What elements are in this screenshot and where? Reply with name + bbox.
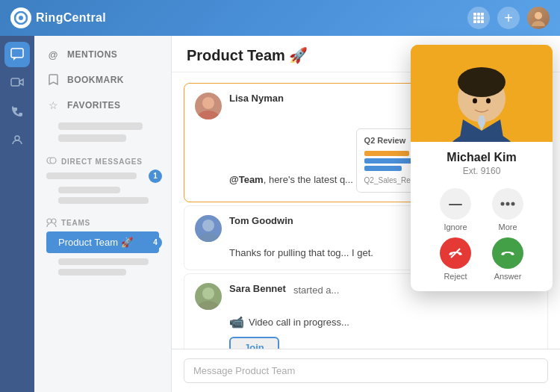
reject-button[interactable]: Reject	[440, 237, 471, 281]
svg-rect-32	[449, 204, 462, 205]
sender-name-1: Lisa Nyman	[229, 93, 284, 104]
channel-title: Product Team 🚀	[187, 47, 308, 63]
sender-name-2: Tom Goodwin	[229, 215, 293, 226]
message-input[interactable]: Message Product Team	[184, 358, 548, 383]
direct-messages-section: DIRECT MESSAGES	[34, 146, 171, 169]
sidebar: @ MENTIONS BOOKMARK ☆ FAVORITES DIRECT M…	[34, 36, 172, 392]
avatar-sara	[195, 283, 222, 310]
call-actions-bottom: Reject Answer	[411, 234, 553, 291]
svg-point-30	[473, 99, 477, 104]
reject-label: Reject	[444, 272, 467, 281]
reject-icon	[440, 237, 471, 269]
svg-point-25	[196, 301, 220, 310]
svg-rect-13	[11, 49, 23, 57]
caller-photo	[411, 45, 553, 142]
caller-ext: Ext. 9160	[418, 166, 545, 176]
svg-point-22	[202, 220, 214, 231]
svg-rect-9	[477, 20, 480, 23]
svg-point-19	[52, 219, 56, 223]
svg-point-20	[202, 97, 214, 109]
more-button[interactable]: More	[492, 188, 523, 231]
nav-contacts-button[interactable]	[4, 127, 30, 152]
svg-rect-8	[473, 20, 476, 23]
answer-button[interactable]: Answer	[492, 237, 523, 281]
svg-point-1	[19, 16, 23, 20]
ignore-icon	[440, 188, 471, 220]
add-button[interactable]: +	[497, 7, 520, 29]
at-icon: @	[46, 48, 60, 61]
svg-point-29	[458, 67, 505, 97]
grid-button[interactable]	[467, 7, 490, 29]
sender-name-3: Sara Bennet	[229, 283, 286, 294]
logo-icon	[10, 7, 31, 28]
ignore-button[interactable]: Ignore	[440, 188, 471, 231]
svg-point-34	[506, 202, 510, 206]
star-icon: ☆	[46, 99, 60, 112]
svg-point-12	[532, 21, 545, 26]
logo: RingCentral	[10, 7, 106, 28]
svg-rect-7	[481, 16, 484, 19]
teams-section: TEAMS	[34, 208, 171, 230]
svg-rect-4	[481, 13, 484, 16]
nav-phone-button[interactable]	[4, 99, 30, 124]
svg-point-15	[15, 136, 19, 140]
message-input-bar: Message Product Team	[172, 349, 560, 392]
call-actions-top: Ignore More	[411, 181, 553, 234]
svg-point-23	[196, 233, 220, 242]
msg-body-3: 📹 Video call in progress...	[229, 314, 537, 331]
svg-point-31	[486, 99, 491, 104]
svg-point-35	[511, 202, 515, 206]
more-icon	[492, 188, 523, 220]
svg-point-24	[202, 287, 214, 299]
sidebar-item-bookmark[interactable]: BOOKMARK	[34, 67, 171, 93]
nav-video-button[interactable]	[4, 70, 30, 96]
sidebar-item-mentions[interactable]: @ MENTIONS	[34, 42, 171, 67]
app-header: RingCentral +	[0, 0, 560, 36]
team-item-product-team[interactable]: Product Team 🚀	[46, 231, 159, 253]
avatar-lisa	[195, 93, 222, 119]
join-button[interactable]: Join	[229, 337, 279, 349]
avatar-tom	[195, 215, 222, 242]
user-avatar[interactable]	[527, 7, 550, 29]
caller-name: Michael Kim	[418, 151, 545, 164]
svg-rect-2	[473, 13, 476, 16]
svg-rect-10	[481, 20, 484, 23]
svg-point-11	[535, 12, 542, 19]
header-actions: +	[467, 7, 550, 29]
svg-point-33	[501, 202, 505, 206]
svg-rect-5	[473, 16, 476, 19]
ignore-label: Ignore	[444, 223, 467, 231]
bookmark-icon	[46, 73, 60, 87]
nav-messages-button[interactable]	[4, 42, 30, 67]
dm-item-1[interactable]: 1	[34, 169, 171, 183]
svg-point-17	[50, 158, 56, 164]
svg-rect-14	[11, 78, 19, 86]
left-nav	[0, 36, 34, 392]
sidebar-item-favorites[interactable]: ☆ FAVORITES	[34, 93, 171, 118]
svg-point-18	[47, 219, 52, 223]
svg-rect-6	[477, 16, 480, 19]
answer-label: Answer	[494, 272, 522, 281]
answer-icon	[492, 237, 523, 269]
svg-point-21	[196, 111, 220, 119]
more-label: More	[498, 223, 517, 231]
logo-text: RingCentral	[36, 11, 106, 25]
svg-rect-3	[477, 13, 480, 16]
caller-info: Michael Kim Ext. 9160	[411, 142, 553, 181]
video-indicator: 📹 Video call in progress...	[229, 314, 537, 331]
incoming-call-overlay: Michael Kim Ext. 9160 Ignore More	[411, 45, 553, 291]
